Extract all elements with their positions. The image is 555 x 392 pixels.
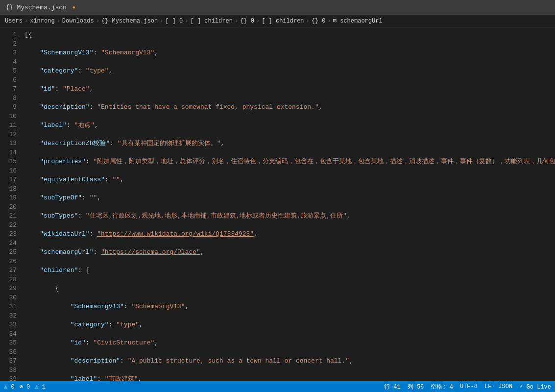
cursor-line: 行 41 [384,383,401,391]
line-endings[interactable]: LF [484,383,491,390]
modified-indicator: ● [72,5,75,10]
status-bar: ⚠ 0 ⊗ 0 ⚠ 1 行 41 列 56 空格: 4 UTF-8 LF JSO… [0,381,555,392]
golive-button[interactable]: ⚡ Go Live [519,383,551,391]
crumb-obj0[interactable]: {} 0 [240,18,254,24]
crumb-schemaorgurl[interactable]: ⊞ schemaorgUrl [333,17,383,24]
line-numbers: 1 2 3 4 5 6 7 8 9 10 11 12 13 14 15 16 1… [0,27,20,381]
crumb-file[interactable]: {} Myschema.json [101,18,158,24]
status-left: ⚠ 0 ⊗ 0 ⚠ 1 [4,383,46,391]
crumb-downloads[interactable]: Downloads [62,18,94,24]
crumb-xinrong[interactable]: xinrong [30,18,54,24]
crumb-children1[interactable]: [ ] children [191,18,233,24]
crumb-obj1[interactable]: {} 0 [312,18,326,24]
language-indicator[interactable]: JSON [498,383,512,390]
crumb-children2[interactable]: [ ] children [262,18,304,24]
error-status[interactable]: ⊗ 0 [20,383,30,391]
file-icon: {} [6,4,13,11]
crumb-arr0[interactable]: [ ] 0 [165,18,183,24]
cursor-column: 列 56 [408,383,424,391]
warning-status[interactable]: ⚠ 1 [35,383,46,391]
spaces-indicator[interactable]: 空格: 4 [431,383,453,391]
code-content[interactable]: [{ "SchemaorgV13": "SchemaorgV13", "cate… [20,27,555,381]
status-right: 行 41 列 56 空格: 4 UTF-8 LF JSON ⚡ Go Live [384,383,551,391]
breadcrumb: Users › xinrong › Downloads › {} Myschem… [0,15,555,27]
editor: 1 2 3 4 5 6 7 8 9 10 11 12 13 14 15 16 1… [0,27,555,381]
encoding-indicator[interactable]: UTF-8 [460,383,478,390]
git-status[interactable]: ⚠ 0 [4,383,15,391]
tab-filename[interactable]: Myschema.json [17,4,66,11]
crumb-users[interactable]: Users [5,18,23,24]
title-bar: {} Myschema.json ● [0,0,555,15]
